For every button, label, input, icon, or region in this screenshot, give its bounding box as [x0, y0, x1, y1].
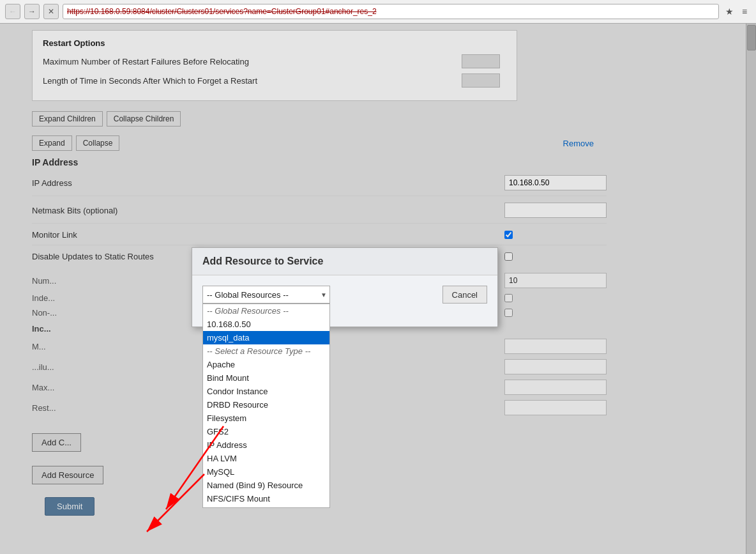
- page-content: Restart Options Maximum Number of Restar…: [0, 24, 756, 554]
- dropdown-group-global: -- Global Resources --: [203, 304, 329, 318]
- dropdown-item-named[interactable]: Named (Bind 9) Resource: [203, 479, 329, 492]
- dropdown-item-nfs-client[interactable]: NFS Client: [203, 505, 329, 508]
- dropdown-item-mysql[interactable]: mysql_data: [203, 331, 329, 344]
- browser-chrome: ← → ✕ ★ ≡: [0, 0, 756, 24]
- modal-cancel-button[interactable]: Cancel: [442, 286, 487, 304]
- dropdown-item-nfs-cifs[interactable]: NFS/CIFS Mount: [203, 492, 329, 505]
- select-arrow-icon: ▼: [321, 291, 327, 298]
- select-value: -- Global Resources --: [207, 290, 289, 300]
- refresh-button[interactable]: ✕: [43, 4, 59, 19]
- forward-button[interactable]: →: [24, 4, 40, 19]
- modal-body: -- Global Resources -- ▼ -- Global Resou…: [192, 275, 497, 314]
- dropdown-item-mysql-type[interactable]: MySQL: [203, 465, 329, 479]
- dropdown-item-apache[interactable]: Apache: [203, 358, 329, 371]
- dropdown-item-ha-lvm[interactable]: HA LVM: [203, 452, 329, 465]
- modal-overlay: Add Resource to Service -- Global Resour…: [0, 24, 756, 554]
- dropdown-item-ip-address[interactable]: IP Address: [203, 438, 329, 452]
- address-bar[interactable]: [63, 4, 719, 19]
- modal-select-display[interactable]: -- Global Resources -- ▼: [202, 286, 330, 304]
- dropdown-item-gfs2[interactable]: GFS2: [203, 425, 329, 438]
- modal-select-wrapper: -- Global Resources -- ▼ -- Global Resou…: [202, 286, 435, 304]
- modal-select-container: -- Global Resources -- ▼ -- Global Resou…: [202, 286, 435, 304]
- dropdown-item-filesystem[interactable]: Filesystem: [203, 412, 329, 425]
- dropdown-item-bind-mount[interactable]: Bind Mount: [203, 371, 329, 385]
- dropdown-item-ip[interactable]: 10.168.0.50: [203, 318, 329, 331]
- modal-dialog: Add Resource to Service -- Global Resour…: [192, 247, 498, 327]
- dropdown-item-condor[interactable]: Condor Instance: [203, 385, 329, 398]
- modal-header: Add Resource to Service: [192, 248, 497, 275]
- menu-icon[interactable]: ≡: [738, 5, 751, 18]
- dropdown-item-drbd[interactable]: DRBD Resource: [203, 398, 329, 412]
- back-button[interactable]: ←: [5, 4, 20, 19]
- dropdown-list[interactable]: -- Global Resources -- 10.168.0.50 mysql…: [202, 304, 330, 508]
- dropdown-group-type: -- Select a Resource Type --: [203, 344, 329, 358]
- bookmark-icon[interactable]: ★: [723, 5, 736, 18]
